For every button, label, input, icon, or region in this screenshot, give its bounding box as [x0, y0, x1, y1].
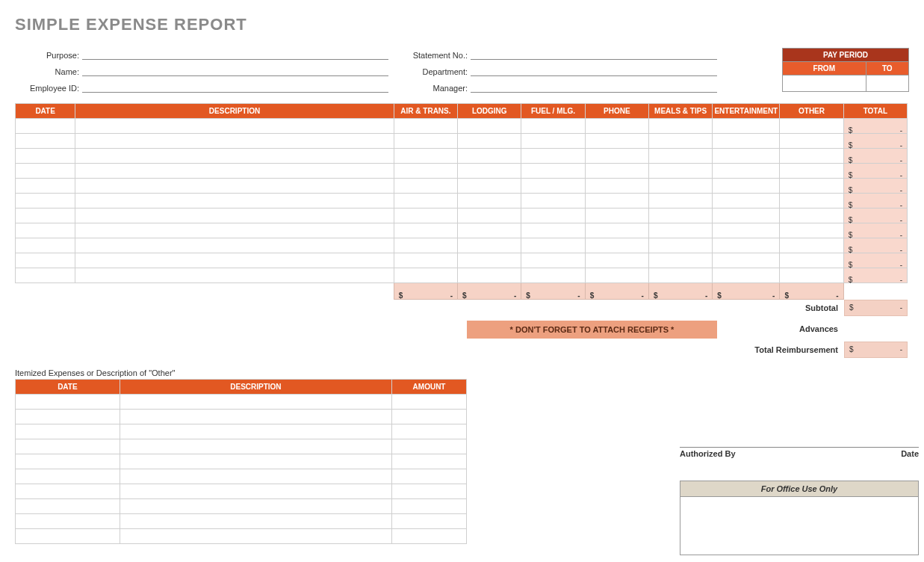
cell[interactable] — [16, 454, 120, 469]
cell[interactable] — [16, 514, 120, 529]
cell[interactable] — [585, 238, 648, 253]
cell[interactable] — [16, 194, 75, 209]
cell[interactable] — [780, 223, 843, 238]
input-manager[interactable] — [471, 81, 717, 93]
cell[interactable] — [394, 253, 457, 268]
cell[interactable] — [16, 529, 120, 544]
cell[interactable] — [394, 164, 457, 179]
cell[interactable] — [713, 223, 780, 238]
cell[interactable] — [713, 179, 780, 194]
cell[interactable] — [648, 194, 712, 209]
input-purpose[interactable] — [82, 48, 388, 60]
cell[interactable] — [120, 410, 391, 424]
cell[interactable] — [458, 119, 521, 134]
cell[interactable] — [394, 238, 457, 253]
cell[interactable] — [16, 119, 75, 134]
cell[interactable] — [521, 268, 585, 283]
cell[interactable] — [648, 134, 712, 149]
cell[interactable] — [16, 469, 120, 484]
cell[interactable] — [521, 194, 585, 209]
cell[interactable] — [458, 134, 521, 149]
cell[interactable] — [120, 424, 391, 439]
cell[interactable] — [75, 268, 394, 283]
cell[interactable] — [75, 194, 394, 209]
cell[interactable] — [16, 179, 75, 194]
cell[interactable] — [585, 119, 648, 134]
cell[interactable] — [394, 194, 457, 209]
cell[interactable] — [713, 253, 780, 268]
cell[interactable] — [16, 395, 120, 410]
cell[interactable] — [521, 238, 585, 253]
cell[interactable] — [713, 149, 780, 164]
cell[interactable] — [713, 134, 780, 149]
cell[interactable] — [521, 253, 585, 268]
cell[interactable] — [120, 484, 391, 499]
cell[interactable] — [713, 209, 780, 223]
cell[interactable] — [521, 179, 585, 194]
cell[interactable] — [458, 149, 521, 164]
cell[interactable] — [585, 179, 648, 194]
cell[interactable] — [16, 209, 75, 223]
cell[interactable] — [780, 134, 843, 149]
cell[interactable] — [16, 499, 120, 514]
cell[interactable] — [75, 209, 394, 223]
cell[interactable] — [394, 223, 457, 238]
cell[interactable] — [648, 119, 712, 134]
cell[interactable] — [585, 194, 648, 209]
cell[interactable] — [120, 395, 391, 410]
cell[interactable] — [585, 268, 648, 283]
cell[interactable] — [780, 119, 843, 134]
cell[interactable] — [521, 134, 585, 149]
cell[interactable] — [648, 209, 712, 223]
cell[interactable] — [458, 194, 521, 209]
cell[interactable] — [75, 238, 394, 253]
cell[interactable] — [713, 238, 780, 253]
cell[interactable] — [648, 179, 712, 194]
cell[interactable] — [392, 484, 467, 499]
advances-value[interactable] — [844, 321, 908, 337]
cell[interactable] — [16, 484, 120, 499]
cell[interactable] — [585, 209, 648, 223]
cell[interactable] — [648, 253, 712, 268]
cell[interactable] — [648, 268, 712, 283]
cell[interactable] — [394, 179, 457, 194]
cell[interactable] — [392, 529, 467, 544]
cell[interactable] — [120, 529, 391, 544]
cell[interactable] — [780, 194, 843, 209]
cell[interactable] — [458, 223, 521, 238]
cell[interactable] — [120, 439, 391, 454]
cell[interactable] — [585, 164, 648, 179]
cell[interactable] — [521, 223, 585, 238]
cell[interactable] — [780, 253, 843, 268]
input-employee-id[interactable] — [82, 81, 388, 93]
cell[interactable] — [585, 253, 648, 268]
cell[interactable] — [75, 164, 394, 179]
cell[interactable] — [16, 253, 75, 268]
cell[interactable] — [458, 164, 521, 179]
cell[interactable] — [780, 179, 843, 194]
cell[interactable] — [713, 164, 780, 179]
cell[interactable] — [394, 209, 457, 223]
cell[interactable] — [120, 514, 391, 529]
cell[interactable] — [16, 134, 75, 149]
cell[interactable] — [120, 469, 391, 484]
cell[interactable] — [713, 194, 780, 209]
input-statement-no[interactable] — [471, 48, 717, 60]
cell[interactable] — [394, 149, 457, 164]
cell[interactable] — [585, 223, 648, 238]
cell[interactable] — [648, 238, 712, 253]
cell[interactable] — [780, 268, 843, 283]
cell[interactable] — [521, 164, 585, 179]
input-department[interactable] — [471, 64, 717, 76]
cell[interactable] — [392, 514, 467, 529]
cell[interactable] — [392, 469, 467, 484]
pay-period-from-value[interactable] — [783, 75, 866, 92]
cell[interactable] — [648, 223, 712, 238]
cell[interactable] — [392, 395, 467, 410]
cell[interactable] — [713, 119, 780, 134]
cell[interactable] — [75, 179, 394, 194]
cell[interactable] — [521, 119, 585, 134]
cell[interactable] — [16, 223, 75, 238]
cell[interactable] — [16, 410, 120, 424]
cell[interactable] — [120, 454, 391, 469]
